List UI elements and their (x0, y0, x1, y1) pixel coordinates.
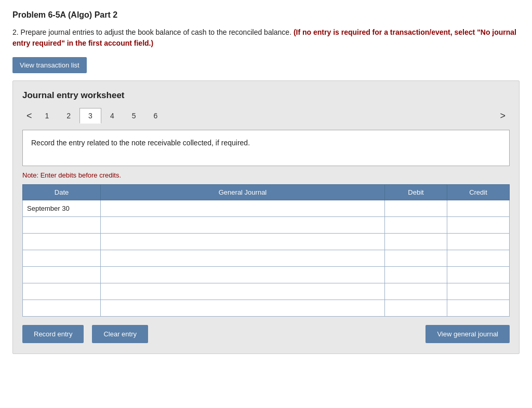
row-4-date (23, 267, 101, 283)
worksheet-title: Journal entry worksheet (22, 90, 510, 101)
row-2-date (23, 234, 101, 250)
row-0-credit-input[interactable] (447, 200, 510, 217)
instruction: 2. Prepare journal entries to adjust the… (12, 27, 520, 49)
worksheet-container: Journal entry worksheet < 1 2 3 4 5 6 > … (12, 80, 520, 354)
row-4-debit-input[interactable] (385, 267, 447, 283)
table-row (23, 283, 510, 300)
row-6-debit-input[interactable] (385, 300, 447, 317)
col-header-journal: General Journal (101, 185, 385, 200)
row-5-debit-field[interactable] (389, 288, 443, 295)
row-0-debit-field[interactable] (389, 205, 443, 212)
row-6-debit-field[interactable] (389, 304, 443, 312)
row-6-journal-input[interactable] (101, 300, 385, 317)
tab-5[interactable]: 5 (123, 108, 145, 124)
table-row (23, 217, 510, 234)
row-4-credit-input[interactable] (447, 267, 510, 283)
row-1-credit-field[interactable] (451, 221, 505, 229)
row-0-journal-input[interactable] (101, 200, 385, 217)
row-0-debit-input[interactable] (385, 200, 447, 217)
table-row (23, 250, 510, 267)
row-1-credit-input[interactable] (447, 217, 510, 234)
buttons-row: Record entry Clear entry View general jo… (22, 325, 510, 343)
tab-1[interactable]: 1 (36, 108, 58, 124)
row-0-credit-field[interactable] (451, 205, 505, 212)
instruction-number: 2. (12, 28, 19, 36)
row-2-debit-field[interactable] (389, 238, 443, 246)
table-row (23, 267, 510, 283)
col-header-debit: Debit (385, 185, 447, 200)
row-4-credit-field[interactable] (451, 271, 505, 279)
journal-table: Date General Journal Debit Credit Septem… (22, 184, 510, 317)
col-header-date: Date (23, 185, 101, 200)
row-1-debit-field[interactable] (389, 221, 443, 229)
row-2-credit-field[interactable] (451, 238, 505, 246)
row-5-date (23, 283, 101, 300)
row-4-journal-input[interactable] (101, 267, 385, 283)
row-1-date (23, 217, 101, 234)
row-2-journal-input[interactable] (101, 234, 385, 250)
row-1-journal-field[interactable] (105, 221, 380, 229)
row-4-journal-field[interactable] (105, 271, 380, 279)
row-0-date: September 30 (23, 200, 101, 217)
row-5-journal-input[interactable] (101, 283, 385, 300)
problem-title: Problem 6-5A (Algo) Part 2 (12, 10, 520, 20)
note-text: Note: Enter debits before credits. (22, 171, 510, 179)
table-row: September 30 (23, 200, 510, 217)
table-row (23, 234, 510, 250)
tab-6[interactable]: 6 (145, 108, 167, 124)
row-3-debit-field[interactable] (389, 254, 443, 262)
row-2-debit-input[interactable] (385, 234, 447, 250)
row-6-credit-input[interactable] (447, 300, 510, 317)
prev-tab-arrow[interactable]: < (22, 108, 36, 124)
table-row (23, 300, 510, 317)
row-2-credit-input[interactable] (447, 234, 510, 250)
next-tab-arrow[interactable]: > (496, 108, 510, 124)
row-1-debit-input[interactable] (385, 217, 447, 234)
row-6-journal-field[interactable] (105, 304, 380, 312)
row-5-journal-field[interactable] (105, 288, 380, 295)
row-3-credit-input[interactable] (447, 250, 510, 267)
row-1-journal-input[interactable] (101, 217, 385, 234)
row-3-date (23, 250, 101, 267)
row-3-debit-input[interactable] (385, 250, 447, 267)
view-general-journal-button[interactable]: View general journal (425, 325, 510, 343)
tab-4[interactable]: 4 (101, 108, 123, 124)
col-header-credit: Credit (447, 185, 510, 200)
row-6-date (23, 300, 101, 317)
row-3-journal-field[interactable] (105, 254, 380, 262)
row-4-debit-field[interactable] (389, 271, 443, 279)
row-2-journal-field[interactable] (105, 238, 380, 246)
clear-entry-button[interactable]: Clear entry (92, 325, 148, 343)
row-0-journal-field[interactable] (105, 205, 380, 212)
row-3-credit-field[interactable] (451, 254, 505, 262)
record-entry-button[interactable]: Record entry (22, 325, 84, 343)
description-box: Record the entry related to the note rec… (22, 130, 510, 166)
row-5-debit-input[interactable] (385, 283, 447, 300)
description-text: Record the entry related to the note rec… (31, 139, 250, 147)
row-6-credit-field[interactable] (451, 304, 505, 312)
tabs-row: < 1 2 3 4 5 6 > (22, 108, 510, 124)
row-5-credit-field[interactable] (451, 288, 505, 295)
row-3-journal-input[interactable] (101, 250, 385, 267)
row-5-credit-input[interactable] (447, 283, 510, 300)
instruction-text: Prepare journal entries to adjust the bo… (21, 28, 291, 36)
tab-2[interactable]: 2 (58, 108, 79, 124)
tab-3[interactable]: 3 (79, 108, 101, 124)
view-transaction-button[interactable]: View transaction list (12, 57, 87, 73)
